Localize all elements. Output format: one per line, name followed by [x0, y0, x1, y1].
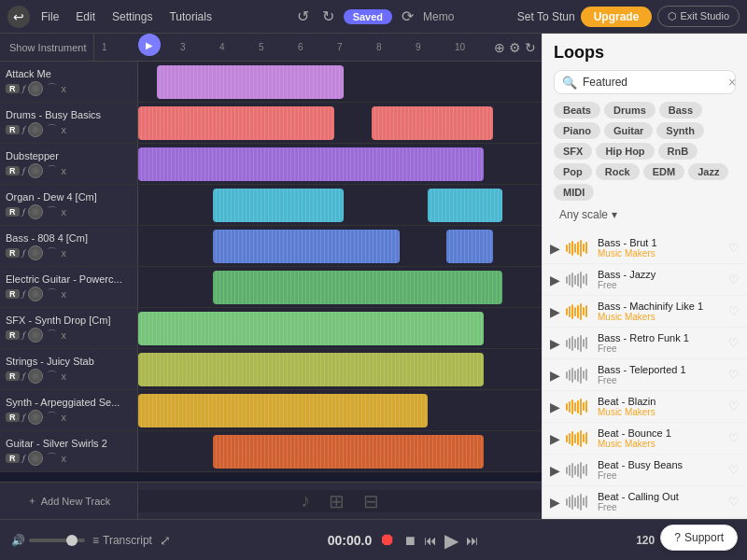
track-solo-8[interactable]: x: [61, 412, 68, 423]
track-solo-7[interactable]: x: [61, 371, 68, 382]
track-clips-0[interactable]: [138, 62, 542, 102]
forward-button[interactable]: ⏭: [466, 533, 479, 548]
volume-track[interactable]: [29, 539, 85, 542]
loop-play-button-6[interactable]: ▶: [550, 431, 560, 446]
clip-8-0[interactable]: [138, 394, 428, 427]
filter-tag-beats[interactable]: Beats: [554, 102, 600, 119]
track-volume-knob-7[interactable]: [28, 369, 43, 384]
track-clips-9[interactable]: [138, 431, 542, 471]
track-volume-knob-1[interactable]: [28, 122, 43, 137]
filter-tag-rnb[interactable]: RnB: [658, 143, 698, 160]
track-mute-9[interactable]: ⌒: [46, 451, 58, 465]
loop-play-button-4[interactable]: ▶: [550, 368, 560, 383]
loop-item-4[interactable]: ▶ Bass - Teleported 1 Free ♡: [543, 359, 747, 391]
file-menu[interactable]: File: [35, 8, 64, 25]
stop-button[interactable]: ⏹: [403, 533, 416, 548]
loop-play-button-0[interactable]: ▶: [550, 241, 560, 256]
loop-play-button-5[interactable]: ▶: [550, 399, 560, 414]
track-volume-knob-6[interactable]: [28, 328, 43, 343]
loop-item-6[interactable]: ▶ Beat - Bounce 1 Music Makers ♡: [543, 423, 747, 455]
track-solo-0[interactable]: x: [61, 83, 68, 94]
clip-4-1[interactable]: [446, 230, 493, 263]
track-mute-6[interactable]: ⌒: [46, 328, 58, 342]
transcript-button[interactable]: ≡ Transcript: [92, 534, 152, 547]
loop-item-9[interactable]: ▶ Beat - Champion 1 Free ♡: [543, 518, 747, 519]
audio-clip-icon[interactable]: ♪: [301, 490, 310, 511]
track-mute-0[interactable]: ⌒: [46, 81, 58, 95]
track-mute-5[interactable]: ⌒: [46, 287, 58, 301]
back-button[interactable]: ↩: [7, 6, 30, 28]
loop-heart-5[interactable]: ♡: [728, 399, 740, 413]
track-mute-3[interactable]: ⌒: [46, 204, 58, 218]
filter-tag-jazz[interactable]: Jazz: [688, 163, 728, 180]
playhead-marker[interactable]: ▶: [138, 34, 161, 56]
filter-tag-pop[interactable]: Pop: [554, 163, 592, 180]
clip-3-1[interactable]: [428, 189, 502, 222]
expand-icon[interactable]: ⤢: [160, 533, 171, 548]
loop-heart-4[interactable]: ♡: [728, 368, 740, 382]
exit-button[interactable]: ⬡ Exit Studio: [657, 6, 740, 27]
loop-play-button-3[interactable]: ▶: [550, 336, 560, 351]
loop-heart-2[interactable]: ♡: [728, 304, 740, 318]
filter-tag-synth[interactable]: Synth: [656, 122, 704, 139]
track-clips-2[interactable]: [138, 144, 542, 184]
add-track-button[interactable]: ＋ Add New Track: [27, 494, 111, 508]
track-solo-3[interactable]: x: [61, 206, 68, 217]
loop-item-8[interactable]: ▶ Beat - Calling Out Free ♡: [543, 486, 747, 518]
track-solo-1[interactable]: x: [61, 124, 68, 135]
timeline-more-icon[interactable]: ↻: [525, 40, 536, 55]
settings-menu[interactable]: Settings: [106, 8, 158, 25]
track-solo-6[interactable]: x: [61, 329, 68, 341]
track-mute-4[interactable]: ⌒: [46, 245, 58, 259]
track-volume-knob-3[interactable]: [28, 204, 43, 219]
track-clips-3[interactable]: [138, 185, 542, 225]
clip-1-0[interactable]: [138, 106, 334, 140]
loop-heart-0[interactable]: ♡: [728, 241, 740, 255]
clip-6-0[interactable]: [138, 312, 484, 345]
clip-0-0[interactable]: [157, 65, 344, 99]
filter-tag-guitar[interactable]: Guitar: [604, 122, 653, 139]
filter-tag-drums[interactable]: Drums: [604, 102, 655, 119]
tutorials-menu[interactable]: Tutorials: [163, 8, 218, 25]
track-clips-7[interactable]: [138, 349, 542, 389]
track-solo-4[interactable]: x: [61, 247, 68, 259]
track-clips-4[interactable]: [138, 226, 542, 266]
track-volume-knob-8[interactable]: [28, 410, 43, 425]
loop-heart-6[interactable]: ♡: [728, 431, 740, 445]
support-button[interactable]: ? Support: [660, 525, 738, 551]
record-button[interactable]: ⏺: [379, 530, 396, 550]
loop-heart-1[interactable]: ♡: [728, 273, 740, 287]
clip-2-0[interactable]: [138, 147, 484, 181]
scale-selector[interactable]: Any scale ▾: [554, 206, 736, 223]
track-solo-9[interactable]: x: [61, 453, 68, 464]
loop-item-0[interactable]: ▶ Bass - Brut 1 Music Makers ♡: [543, 232, 747, 264]
loop-heart-3[interactable]: ♡: [728, 336, 740, 350]
filter-tag-edm[interactable]: EDM: [643, 163, 684, 180]
track-volume-knob-2[interactable]: [28, 163, 43, 178]
track-solo-5[interactable]: x: [61, 288, 68, 300]
clip-9-0[interactable]: [213, 435, 484, 469]
loop-heart-8[interactable]: ♡: [728, 495, 740, 509]
loop-item-7[interactable]: ▶ Beat - Busy Beans Free ♡: [543, 455, 747, 486]
track-clips-8[interactable]: [138, 390, 542, 430]
track-clips-1[interactable]: [138, 103, 542, 143]
loop-play-button-2[interactable]: ▶: [550, 304, 560, 319]
loops-search-input[interactable]: [583, 76, 723, 89]
filter-tag-piano[interactable]: Piano: [554, 122, 600, 139]
clear-search-button[interactable]: ×: [728, 75, 736, 90]
loop-play-button-8[interactable]: ▶: [550, 495, 560, 510]
history-button[interactable]: ⟳: [398, 6, 417, 27]
filter-tag-midi[interactable]: MIDI: [554, 184, 594, 201]
track-mute-2[interactable]: ⌒: [46, 163, 58, 177]
track-volume-knob-9[interactable]: [28, 451, 43, 466]
sample-clip-icon[interactable]: ⊟: [363, 490, 379, 512]
track-mute-1[interactable]: ⌒: [46, 122, 58, 136]
pattern-clip-icon[interactable]: ⊞: [329, 490, 345, 512]
loop-heart-7[interactable]: ♡: [728, 463, 740, 477]
filter-tag-bass[interactable]: Bass: [659, 102, 702, 119]
track-mute-8[interactable]: ⌒: [46, 410, 58, 424]
loop-item-3[interactable]: ▶ Bass - Retro Funk 1 Free ♡: [543, 328, 747, 359]
undo-button[interactable]: ↺: [293, 6, 313, 27]
filter-tag-hip-hop[interactable]: Hip Hop: [596, 143, 654, 160]
track-volume-knob-0[interactable]: [28, 81, 43, 96]
